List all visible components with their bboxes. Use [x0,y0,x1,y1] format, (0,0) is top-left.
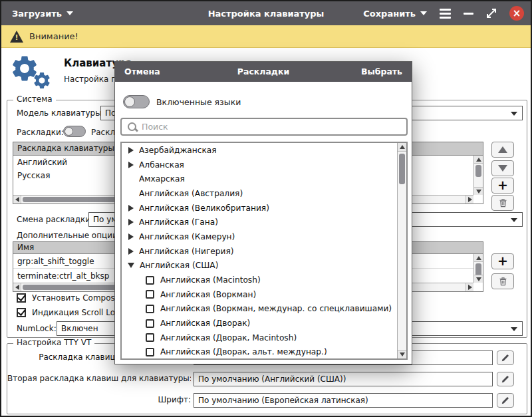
language-list-item[interactable]: Английская (Австралия) [122,186,398,201]
select-button[interactable]: Выбрать [361,67,402,76]
language-list-item[interactable]: Английская (Воркман, междунар. со спецкл… [122,302,398,317]
add-layout-button[interactable]: + [491,178,514,194]
expand-arrow-icon[interactable] [128,162,134,168]
dropdown-arrow-icon [511,327,517,331]
language-list-item[interactable]: Английская (Воркман) [122,287,398,302]
language-list-item[interactable]: Английская (США) [122,259,398,273]
language-checkbox[interactable] [146,348,154,356]
expand-icon [486,8,497,19]
extra-options-label: Дополнительные опции: [17,231,120,240]
trash-icon [498,198,508,208]
language-list-item[interactable]: Английская (Дворак, альт. междунар.) [122,345,398,360]
language-list-scrollbar[interactable] [397,143,406,358]
minimize-button[interactable] [464,13,473,15]
language-list-item[interactable]: Английская (Дворак, Macintosh) [122,331,398,345]
scroll-thumb[interactable] [475,165,481,177]
language-checkbox[interactable] [146,333,154,342]
language-checkbox[interactable] [146,305,154,313]
language-checkbox[interactable] [146,319,154,328]
system-group-legend: Система [13,94,56,104]
language-list-item[interactable]: Английская (Macintosh) [122,273,398,287]
warning-bar: ! Внимание! [1,25,531,48]
language-list-item[interactable]: Английская (Камерун) [122,229,398,244]
layouts-dialog: Отмена Раскладки Выбрать Включенные язык… [114,61,412,364]
move-layout-down-button[interactable] [491,160,514,176]
scroll-left-icon[interactable] [13,196,21,204]
dropdown-arrow-icon [511,218,517,222]
language-list-item[interactable]: Азербайджанская [122,143,398,158]
page-subtitle: Настройка г [64,74,115,84]
titlebar: Загрузить Настройка клавиатуры Сохранить… [1,1,531,25]
keyboard-model-label: Модель клавиатуры: [17,108,104,118]
language-list-item[interactable]: Английская (Великобритания) [122,201,398,215]
arrow-up-icon [498,146,507,153]
pencil-icon [501,396,510,405]
layout-table-vscrollbar[interactable] [473,156,483,195]
scroll-thumb[interactable] [399,154,405,184]
language-list-item[interactable]: Английская (Дворак) [122,316,398,331]
tty-second-keymap-label: Вторая раскладка клавиш для клавиатуры: [7,374,191,383]
language-checkbox[interactable] [146,290,154,299]
numlock-label: NumLock: [17,324,57,333]
load-menu-button[interactable]: Загрузить [12,1,73,25]
save-menu-label: Сохранить [363,9,416,19]
tty-font-field[interactable]: По умолчанию (Европейская латинская) [194,393,493,408]
tty-keymap-edit-button[interactable] [497,350,514,365]
scroll-up-icon[interactable] [398,143,406,152]
language-list-item[interactable]: Английская (Гана) [122,215,398,229]
expand-arrow-icon[interactable] [128,147,134,154]
language-list-item[interactable]: Английская (Нигерия) [122,244,398,259]
search-input[interactable] [122,119,406,134]
add-option-button[interactable]: + [491,253,514,269]
expand-arrow-icon[interactable] [128,205,134,211]
arrow-down-icon [498,165,507,172]
language-list: Азербайджанская Албанская Амхарская Англ… [120,142,408,360]
warning-text: Внимание! [29,31,78,41]
caret-down-icon [420,11,427,15]
tty-second-keymap-field[interactable]: По умолчанию (Английский (США)) [194,372,493,386]
save-menu-button[interactable]: Сохранить [363,9,427,19]
tty-second-keymap-edit-button[interactable] [497,372,514,386]
tty-font-edit-button[interactable] [497,393,514,408]
trash-icon [498,276,508,287]
expand-arrow-icon[interactable] [128,233,134,240]
gears-icon [9,53,56,94]
compose-checkbox-label: Установить Compose [32,293,120,303]
delete-option-button[interactable] [491,273,514,289]
delete-layout-button[interactable] [491,195,514,211]
pencil-icon [501,374,510,384]
language-checkbox[interactable] [146,276,154,285]
maximize-button[interactable] [486,8,497,19]
scroll-up-icon[interactable] [474,156,483,164]
layout-switch-label: Смена раскладки: [17,215,93,224]
collapse-arrow-icon[interactable] [128,263,134,268]
cancel-button[interactable]: Отмена [124,67,160,76]
load-menu-label: Загрузить [12,9,62,19]
language-list-item[interactable]: Албанская [122,158,398,172]
options-table-vscrollbar[interactable] [473,254,483,283]
menu-button[interactable] [440,9,451,19]
keyboard-settings-window: Загрузить Настройка клавиатуры Сохранить… [0,0,532,417]
close-button[interactable]: × [509,6,524,21]
scrolllock-checkbox[interactable] [17,308,26,317]
plus-icon: + [497,179,508,192]
scroll-left-icon[interactable] [13,283,21,291]
scroll-up-icon[interactable] [474,254,483,262]
expand-arrow-icon[interactable] [128,248,134,255]
scroll-down-icon[interactable] [474,275,483,283]
minimize-icon [464,13,473,15]
toggle-knob [124,96,135,107]
scroll-right-icon[interactable] [466,283,473,291]
move-layout-up-button[interactable] [491,142,514,158]
enabled-languages-toggle[interactable] [123,95,150,108]
scroll-right-icon[interactable] [466,196,473,204]
scroll-down-icon[interactable] [398,350,406,358]
tty-font-label: Шрифт: [7,395,191,404]
scroll-down-icon[interactable] [474,187,483,195]
layouts-toggle[interactable] [63,126,86,137]
compose-checkbox[interactable] [17,293,26,303]
close-icon: × [513,9,521,19]
caret-down-icon [66,11,73,15]
expand-arrow-icon[interactable] [128,219,134,225]
language-list-item[interactable]: Амхарская [122,172,398,186]
